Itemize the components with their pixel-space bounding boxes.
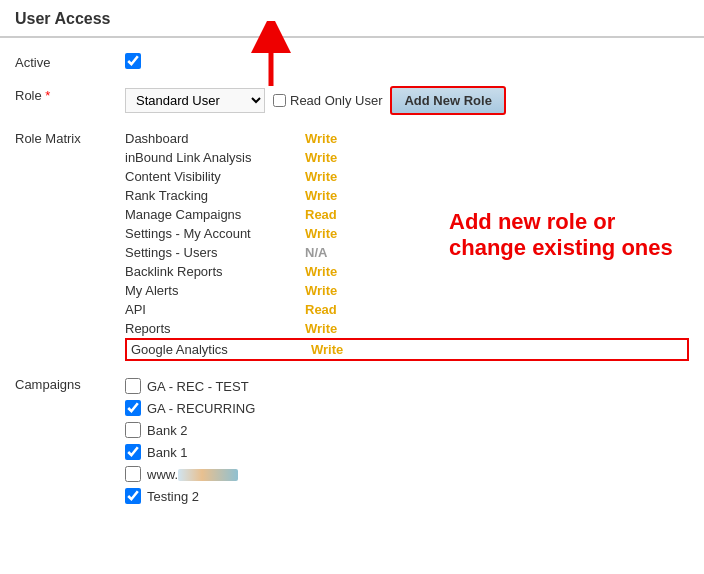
matrix-item-name: Google Analytics <box>131 342 311 357</box>
campaign-label: GA - REC - TEST <box>147 379 249 394</box>
campaign-item: Bank 2 <box>125 419 689 441</box>
role-matrix-row: Role Matrix DashboardWriteinBound Link A… <box>15 129 689 361</box>
role-matrix-label: Role Matrix <box>15 129 125 146</box>
campaigns-row: Campaigns GA - REC - TESTGA - RECURRINGB… <box>15 375 689 507</box>
matrix-item[interactable]: ReportsWrite <box>125 319 689 338</box>
matrix-item[interactable]: inBound Link AnalysisWrite <box>125 148 689 167</box>
campaign-label: www. <box>147 467 238 482</box>
matrix-item-perm: Read <box>305 207 337 222</box>
matrix-item-perm: Write <box>305 169 337 184</box>
campaign-label: GA - RECURRING <box>147 401 255 416</box>
role-matrix-value: DashboardWriteinBound Link AnalysisWrite… <box>125 129 689 361</box>
matrix-item-perm: Write <box>305 226 337 241</box>
matrix-item-name: Dashboard <box>125 131 305 146</box>
read-only-checkbox[interactable] <box>273 94 286 107</box>
matrix-item-name: API <box>125 302 305 317</box>
matrix-item-perm: Write <box>305 321 337 336</box>
matrix-item-perm: N/A <box>305 245 327 260</box>
campaign-item: www. <box>125 463 689 485</box>
matrix-item[interactable]: APIRead <box>125 300 689 319</box>
page-header: User Access <box>0 0 704 38</box>
campaign-item: Bank 1 <box>125 441 689 463</box>
required-marker: * <box>42 88 51 103</box>
campaigns-label: Campaigns <box>15 375 125 392</box>
matrix-item-name: Rank Tracking <box>125 188 305 203</box>
matrix-items: DashboardWriteinBound Link AnalysisWrite… <box>125 129 689 361</box>
add-role-container: Add New Role <box>390 86 505 115</box>
matrix-item-name: My Alerts <box>125 283 305 298</box>
active-checkbox[interactable] <box>125 53 141 69</box>
matrix-item[interactable]: My AlertsWrite <box>125 281 689 300</box>
matrix-item[interactable]: Settings - UsersN/A <box>125 243 689 262</box>
matrix-item-name: Settings - Users <box>125 245 305 260</box>
campaign-items: GA - REC - TESTGA - RECURRINGBank 2Bank … <box>125 375 689 507</box>
matrix-item[interactable]: Rank TrackingWrite <box>125 186 689 205</box>
active-row: Active <box>15 53 689 72</box>
campaigns-value: GA - REC - TESTGA - RECURRINGBank 2Bank … <box>125 375 689 507</box>
role-select[interactable]: Standard User Admin Read Only <box>125 88 265 113</box>
read-only-label[interactable]: Read Only User <box>273 93 382 108</box>
matrix-item-perm: Write <box>305 150 337 165</box>
role-label: Role * <box>15 86 125 103</box>
campaign-label: Bank 2 <box>147 423 187 438</box>
page-container: User Access Active Role * Standard User … <box>0 0 704 536</box>
matrix-item-name: Settings - My Account <box>125 226 305 241</box>
matrix-item[interactable]: Content VisibilityWrite <box>125 167 689 186</box>
page-title: User Access <box>15 10 110 27</box>
matrix-item-name: Reports <box>125 321 305 336</box>
campaign-item: GA - REC - TEST <box>125 375 689 397</box>
campaign-checkbox[interactable] <box>125 488 141 504</box>
matrix-item-perm: Write <box>305 188 337 203</box>
matrix-item-perm: Write <box>305 283 337 298</box>
campaign-checkbox[interactable] <box>125 466 141 482</box>
matrix-item-perm: Write <box>311 342 343 357</box>
matrix-item[interactable]: DashboardWrite <box>125 129 689 148</box>
role-row: Role * Standard User Admin Read Only Rea… <box>15 86 689 115</box>
campaign-item: GA - RECURRING <box>125 397 689 419</box>
campaign-checkbox[interactable] <box>125 444 141 460</box>
matrix-item-name: inBound Link Analysis <box>125 150 305 165</box>
matrix-item[interactable]: Manage CampaignsRead <box>125 205 689 224</box>
matrix-item[interactable]: Settings - My AccountWrite <box>125 224 689 243</box>
matrix-item-name: Manage Campaigns <box>125 207 305 222</box>
matrix-item-perm: Read <box>305 302 337 317</box>
matrix-item-perm: Write <box>305 264 337 279</box>
role-value: Standard User Admin Read Only Read Only … <box>125 86 689 115</box>
campaign-label: Bank 1 <box>147 445 187 460</box>
www-image <box>178 469 238 481</box>
campaign-label: Testing 2 <box>147 489 199 504</box>
campaign-checkbox[interactable] <box>125 378 141 394</box>
matrix-item-name: Content Visibility <box>125 169 305 184</box>
matrix-item[interactable]: Backlink ReportsWrite <box>125 262 689 281</box>
matrix-item[interactable]: Google AnalyticsWrite <box>125 338 689 361</box>
campaign-checkbox[interactable] <box>125 422 141 438</box>
content-area: Active Role * Standard User Admin Read O… <box>0 38 704 536</box>
matrix-item-perm: Write <box>305 131 337 146</box>
add-new-role-button[interactable]: Add New Role <box>390 86 505 115</box>
role-controls: Standard User Admin Read Only Read Only … <box>125 86 689 115</box>
active-label: Active <box>15 53 125 70</box>
matrix-item-name: Backlink Reports <box>125 264 305 279</box>
active-value <box>125 53 689 72</box>
campaign-item: Testing 2 <box>125 485 689 507</box>
campaign-checkbox[interactable] <box>125 400 141 416</box>
